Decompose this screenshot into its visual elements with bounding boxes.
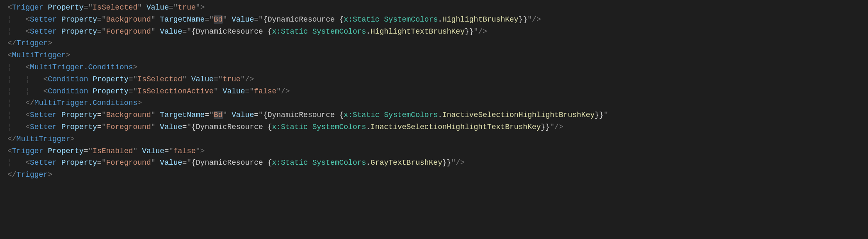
code-line[interactable]: <Trigger Property="IsSelected" Value="tr…	[7, 2, 868, 14]
code-editor[interactable]: <Trigger Property="IsSelected" Value="tr…	[0, 0, 868, 183]
code-line[interactable]: ¦ </MultiTrigger.Conditions>	[7, 97, 868, 109]
code-line[interactable]: </Trigger>	[7, 169, 868, 181]
code-line[interactable]: ¦ <Setter Property="Background" TargetNa…	[7, 14, 868, 26]
code-line[interactable]: ¦ <Setter Property="Background" TargetNa…	[7, 109, 868, 121]
code-line[interactable]: <MultiTrigger>	[7, 49, 868, 61]
code-line[interactable]: ¦ <Setter Property="Foreground" Value="{…	[7, 121, 868, 133]
code-line[interactable]: ¦ <MultiTrigger.Conditions>	[7, 61, 868, 73]
code-line[interactable]: ¦ ¦ <Condition Property="IsSelectionActi…	[7, 85, 868, 98]
code-line[interactable]: ¦ <Setter Property="Foreground" Value="{…	[7, 26, 868, 38]
code-line[interactable]: ¦ ¦ <Condition Property="IsSelected" Val…	[7, 73, 868, 85]
code-line[interactable]: ¦ <Setter Property="Foreground" Value="{…	[7, 157, 868, 169]
code-line[interactable]: </Trigger>	[7, 37, 868, 49]
code-line[interactable]: <Trigger Property="IsEnabled" Value="fal…	[7, 145, 868, 157]
code-line[interactable]: </MultiTrigger>	[7, 133, 868, 145]
